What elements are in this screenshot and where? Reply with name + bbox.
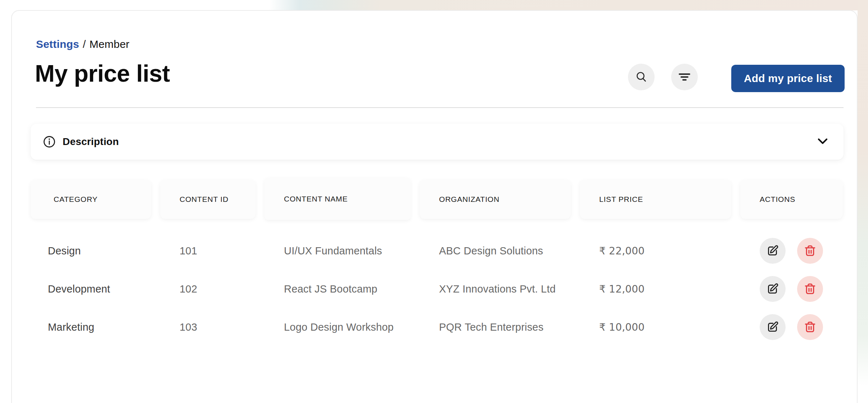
page-title: My price list	[35, 60, 170, 87]
search-icon	[635, 71, 648, 83]
page: Settings/Member My price list Add my pri…	[0, 0, 868, 403]
cell-actions	[740, 238, 843, 264]
cell-actions	[740, 314, 843, 340]
filter-lines-icon	[678, 71, 691, 83]
breadcrumb: Settings/Member	[36, 38, 130, 50]
edit-button[interactable]	[760, 238, 786, 264]
main-card: Settings/Member My price list Add my pri…	[11, 10, 858, 403]
cell-content-id: 103	[160, 321, 256, 333]
cell-organization: ABC Design Solutions	[420, 245, 571, 257]
description-panel[interactable]: Description	[31, 124, 844, 160]
background-top-gradient	[0, 0, 868, 10]
cell-list-price: ₹ 10,000	[580, 321, 731, 333]
table-body: Design 101 UI/UX Fundamentals ABC Design…	[12, 232, 858, 346]
delete-button[interactable]	[797, 238, 823, 264]
breadcrumb-separator: /	[79, 38, 90, 50]
edit-pencil-square-icon	[766, 321, 779, 334]
column-header-actions: ACTIONS	[740, 180, 843, 219]
table-row: Development 102 React JS Bootcamp XYZ In…	[31, 270, 858, 308]
cell-organization: XYZ Innovations Pvt. Ltd	[420, 283, 571, 295]
description-label: Description	[63, 136, 119, 148]
title-divider	[36, 107, 844, 108]
edit-button[interactable]	[760, 276, 786, 302]
cell-content-name: React JS Bootcamp	[265, 283, 411, 295]
cell-category: Marketing	[31, 321, 151, 333]
breadcrumb-member: Member	[90, 38, 130, 50]
cell-list-price: ₹ 12,000	[580, 283, 731, 295]
table-row: Design 101 UI/UX Fundamentals ABC Design…	[31, 232, 858, 270]
trash-icon	[804, 321, 817, 334]
cell-category: Design	[31, 245, 151, 257]
cell-content-name: UI/UX Fundamentals	[265, 245, 411, 257]
trash-icon	[804, 244, 817, 257]
column-header-list-price: LIST PRICE	[580, 180, 731, 219]
column-header-content-name: CONTENT NAME	[265, 178, 411, 220]
edit-button[interactable]	[760, 314, 786, 340]
cell-content-id: 101	[160, 245, 256, 257]
cell-organization: PQR Tech Enterprises	[420, 321, 571, 333]
edit-pencil-square-icon	[766, 282, 779, 295]
add-price-list-button[interactable]: Add my price list	[731, 65, 845, 92]
cell-content-name: Logo Design Workshop	[265, 321, 411, 333]
chevron-down-icon[interactable]	[817, 138, 829, 146]
cell-list-price: ₹ 22,000	[580, 245, 731, 257]
edit-pencil-square-icon	[766, 244, 779, 257]
table-header-row: CATEGORY CONTENT ID CONTENT NAME ORGANIZ…	[31, 180, 868, 220]
delete-button[interactable]	[797, 314, 823, 340]
delete-button[interactable]	[797, 276, 823, 302]
cell-content-id: 102	[160, 283, 256, 295]
column-header-category: CATEGORY	[31, 180, 151, 219]
search-button[interactable]	[628, 64, 655, 90]
cell-actions	[740, 276, 843, 302]
trash-icon	[804, 282, 817, 295]
column-header-content-id: CONTENT ID	[160, 180, 256, 219]
filter-button[interactable]	[671, 64, 698, 90]
breadcrumb-settings-link[interactable]: Settings	[36, 38, 79, 50]
table-row: Marketing 103 Logo Design Workshop PQR T…	[31, 308, 858, 346]
column-header-organization: ORGANIZATION	[420, 180, 571, 219]
info-circle-icon	[42, 135, 56, 149]
cell-category: Development	[31, 283, 151, 295]
